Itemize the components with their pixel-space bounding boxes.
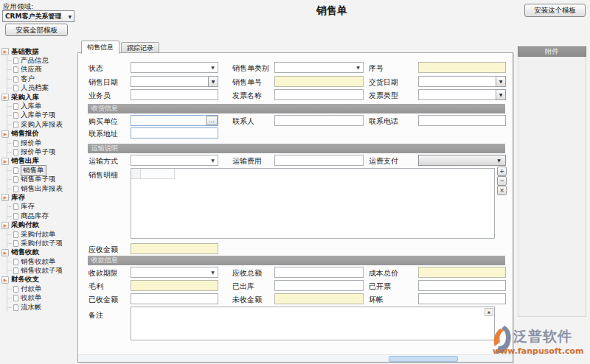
receivable-amount-input[interactable] (131, 243, 218, 254)
bad-debt-input[interactable] (418, 293, 506, 304)
sidebar-group-sales-receipt[interactable]: ▶销售收款 (1, 248, 77, 257)
transport-method-dropdown-arrow-icon[interactable]: ▼ (209, 155, 217, 166)
cost-total-input[interactable] (418, 267, 506, 278)
tree-connector (7, 152, 12, 153)
page-icon (13, 213, 18, 220)
sidebar-item-product-info[interactable]: 产品信息 (7, 56, 77, 65)
sidebar-item-sales-order[interactable]: 销售单 (7, 166, 77, 175)
field-label: 状态 (88, 63, 103, 74)
sidebar-item-cash-flow[interactable]: 流水帐 (7, 303, 77, 312)
field-freight-payment[interactable]: ▼ (418, 155, 506, 166)
sidebar-group-basic-data[interactable]: ▶基础数据 (1, 47, 77, 56)
sidebar-item-sales-receipt-subitem[interactable]: 销售收款子项 (7, 266, 77, 275)
receivable-total-input[interactable] (274, 267, 364, 278)
invoice-name-input[interactable] (274, 89, 364, 100)
install-all-templates-button[interactable]: 安装全部模板 (5, 24, 68, 36)
sidebar-item-goods-stock[interactable]: 商品库存 (7, 211, 77, 220)
transport-method-input[interactable] (131, 155, 218, 166)
tree-connector (7, 234, 12, 235)
sidebar-item-purchase-inbound-report[interactable]: 采购入库报表 (7, 120, 77, 129)
sales-date-input[interactable] (131, 76, 218, 87)
salesman-input[interactable] (131, 89, 218, 100)
page-icon (13, 103, 18, 110)
field-label: 运费支付 (369, 156, 398, 167)
sidebar-item-label: 销售单子项 (21, 175, 56, 184)
sidebar-item-quotation[interactable]: 报价单 (7, 139, 77, 147)
tree-connector (7, 289, 12, 290)
group-arrow-icon: ▶ (1, 222, 9, 229)
sales-order-no-input[interactable] (274, 76, 364, 87)
delivery-date-input[interactable] (418, 76, 506, 87)
field-receivable-amount (131, 243, 218, 254)
sidebar-group-purchase-payment[interactable]: ▶采购付款 (1, 220, 77, 229)
sidebar-item-sales-outbound-report[interactable]: 销售出库报表 (7, 184, 77, 193)
tab-track-record[interactable]: 跟踪记录 (121, 42, 159, 53)
attachment-panel-body (518, 57, 586, 317)
received-amount-input[interactable] (131, 293, 218, 304)
serial-no-input[interactable] (418, 62, 506, 73)
payment-term-input[interactable] (131, 267, 218, 278)
field-payment-term: ▼ (131, 267, 218, 278)
invoiced-input[interactable] (418, 280, 506, 291)
sidebar-item-customer[interactable]: 客户 (7, 74, 77, 83)
sales-detail-add-button[interactable]: + (497, 167, 507, 176)
buyer-unit-browse-button[interactable]: … (206, 116, 218, 125)
sidebar-item-supplier[interactable]: 供应商 (7, 66, 77, 74)
sidebar-group-finance[interactable]: ▶财务收支 (1, 276, 77, 284)
sidebar-item-sales-order-subitem[interactable]: 销售单子项 (7, 175, 77, 183)
sidebar-item-stock[interactable]: 库存 (7, 203, 77, 211)
tab-sales-info[interactable]: 销售信息 (81, 41, 119, 54)
sidebar-item-personnel-file[interactable]: 人员档案 (7, 84, 77, 93)
sidebar-item-purchase-payment-order[interactable]: 采购付款单 (7, 230, 77, 239)
contact-person-input[interactable] (274, 115, 364, 126)
sidebar-module-tree: ▶基础数据产品信息供应商客户人员档案▶采购入库入库单入库单子项采购入库报表▶销售… (1, 47, 77, 312)
sidebar-item-quotation-subitem[interactable]: 报价单子项 (7, 147, 77, 156)
remarks-textarea[interactable]: ▲ (131, 307, 495, 340)
sidebar-item-inbound-order[interactable]: 入库单 (7, 102, 77, 111)
transport-cost-input[interactable] (274, 155, 364, 166)
sidebar-item-label: 付款单 (21, 284, 42, 294)
sidebar-item-inbound-order-subitem[interactable]: 入库单子项 (7, 111, 77, 120)
sidebar-item-payment-order[interactable]: 付款单 (7, 284, 77, 293)
sidebar-group-purchase-inbound[interactable]: ▶采购入库 (1, 93, 77, 102)
sales-order-category-input[interactable] (274, 62, 364, 73)
page-icon (13, 286, 18, 293)
vendor-brand-text: 泛普软件 (513, 327, 572, 346)
contact-address-input[interactable] (131, 127, 218, 139)
app-area-select[interactable]: CRM客户关系管理 ▼ (2, 10, 74, 22)
field-label: 坏帐 (369, 295, 384, 305)
outbound-done-input[interactable] (274, 280, 364, 291)
tree-connector (7, 243, 12, 244)
field-label: 备注 (88, 310, 103, 321)
vendor-watermark: 泛普软件 www.fanpusoft.com (493, 324, 590, 361)
field-label: 收款期限 (88, 268, 118, 279)
payment-term-dropdown-arrow-icon[interactable]: ▼ (209, 267, 217, 278)
sidebar-item-receipt-order[interactable]: 收款单 (7, 294, 77, 303)
scroll-up-icon[interactable]: ▲ (485, 308, 493, 316)
sales-detail-grid[interactable] (131, 168, 495, 239)
status-input[interactable] (131, 62, 218, 73)
sales-detail-insert-button[interactable]: − (497, 176, 507, 186)
sidebar-group-sales-quotation[interactable]: ▶销售报价 (1, 130, 77, 139)
sidebar-group-inventory[interactable]: ▶库存 (1, 193, 77, 202)
gross-profit-input[interactable] (131, 280, 218, 291)
horizontal-scrollbar[interactable] (78, 354, 513, 362)
delivery-date-dropdown-button[interactable]: ▼ (496, 76, 506, 87)
sidebar-group-label: 采购入库 (11, 93, 39, 102)
sidebar-item-label: 采购付款子项 (21, 239, 63, 248)
sidebar-item-sales-receipt-order[interactable]: 销售收款单 (7, 257, 77, 266)
field-label: 联系人 (232, 116, 254, 127)
invoice-type-input[interactable] (418, 89, 506, 100)
sidebar-item-purchase-payment-subitem[interactable]: 采购付款子项 (7, 239, 77, 248)
unreceived-amount-input[interactable] (274, 293, 364, 304)
invoice-type-dropdown-button[interactable]: ▼ (496, 89, 506, 100)
sidebar-item-label: 采购付款单 (21, 230, 56, 239)
sales-detail-delete-button[interactable]: × (497, 186, 507, 195)
sales-date-dropdown-button[interactable]: ▼ (208, 76, 218, 87)
contact-phone-input[interactable] (418, 115, 506, 126)
horizontal-scrollbar-thumb[interactable] (389, 356, 458, 362)
install-this-template-button[interactable]: 安装这个模板 (524, 4, 586, 17)
status-dropdown-arrow-icon[interactable]: ▼ (209, 62, 217, 73)
tree-connector (7, 170, 12, 171)
sales-order-category-dropdown-arrow-icon[interactable]: ▼ (354, 62, 362, 73)
